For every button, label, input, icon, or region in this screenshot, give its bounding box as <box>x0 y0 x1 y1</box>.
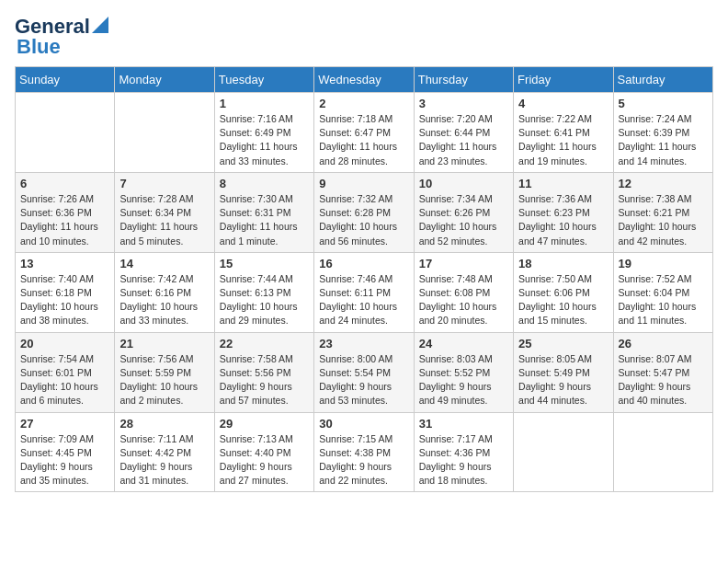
calendar-cell: 2Sunrise: 7:18 AMSunset: 6:47 PMDaylight… <box>314 93 414 173</box>
day-number: 6 <box>20 177 109 190</box>
day-info: Sunrise: 8:00 AMSunset: 5:54 PMDaylight:… <box>319 352 408 408</box>
calendar-cell: 19Sunrise: 7:52 AMSunset: 6:04 PMDayligh… <box>613 252 712 332</box>
day-number: 9 <box>319 177 408 190</box>
day-info: Sunrise: 7:32 AMSunset: 6:28 PMDaylight:… <box>319 192 408 248</box>
day-number: 19 <box>619 257 708 270</box>
calendar-cell <box>16 93 115 173</box>
logo-arrow-icon <box>92 17 108 33</box>
day-info: Sunrise: 7:11 AMSunset: 4:42 PMDaylight:… <box>119 432 209 488</box>
day-info: Sunrise: 7:36 AMSunset: 6:23 PMDaylight:… <box>518 192 608 248</box>
calendar-cell: 20Sunrise: 7:54 AMSunset: 6:01 PMDayligh… <box>16 332 115 412</box>
day-info: Sunrise: 7:30 AMSunset: 6:31 PMDaylight:… <box>220 192 309 248</box>
calendar-cell: 8Sunrise: 7:30 AMSunset: 6:31 PMDaylight… <box>214 172 313 252</box>
header-day-saturday: Saturday <box>613 67 712 93</box>
day-number: 12 <box>619 177 708 190</box>
calendar-cell <box>613 412 712 492</box>
day-number: 8 <box>220 177 309 190</box>
calendar-cell: 18Sunrise: 7:50 AMSunset: 6:06 PMDayligh… <box>514 252 613 332</box>
calendar-cell <box>514 412 613 492</box>
day-number: 25 <box>518 337 608 350</box>
header-day-wednesday: Wednesday <box>314 67 414 93</box>
header-day-monday: Monday <box>115 67 214 93</box>
day-info: Sunrise: 7:26 AMSunset: 6:36 PMDaylight:… <box>20 192 109 248</box>
calendar-header-row: SundayMondayTuesdayWednesdayThursdayFrid… <box>16 67 713 93</box>
calendar-cell: 26Sunrise: 8:07 AMSunset: 5:47 PMDayligh… <box>613 332 712 412</box>
day-number: 7 <box>119 177 209 190</box>
day-info: Sunrise: 7:42 AMSunset: 6:16 PMDaylight:… <box>119 272 209 328</box>
calendar-cell: 28Sunrise: 7:11 AMSunset: 4:42 PMDayligh… <box>115 412 214 492</box>
day-number: 15 <box>220 257 309 270</box>
day-number: 30 <box>319 417 408 431</box>
calendar-cell: 5Sunrise: 7:24 AMSunset: 6:39 PMDaylight… <box>613 93 712 173</box>
day-info: Sunrise: 7:48 AMSunset: 6:08 PMDaylight:… <box>419 272 508 328</box>
calendar-week-3: 13Sunrise: 7:40 AMSunset: 6:18 PMDayligh… <box>16 252 713 332</box>
day-number: 31 <box>419 417 508 431</box>
calendar-cell: 3Sunrise: 7:20 AMSunset: 6:44 PMDaylight… <box>414 93 513 173</box>
calendar-week-2: 6Sunrise: 7:26 AMSunset: 6:36 PMDaylight… <box>16 172 713 252</box>
day-number: 20 <box>20 337 109 350</box>
calendar-cell: 1Sunrise: 7:16 AMSunset: 6:49 PMDaylight… <box>214 93 313 173</box>
day-number: 13 <box>20 257 109 270</box>
day-number: 17 <box>419 257 508 270</box>
calendar-cell: 22Sunrise: 7:58 AMSunset: 5:56 PMDayligh… <box>214 332 313 412</box>
day-number: 14 <box>119 257 209 270</box>
calendar-cell: 16Sunrise: 7:46 AMSunset: 6:11 PMDayligh… <box>314 252 414 332</box>
day-number: 28 <box>119 417 209 431</box>
day-info: Sunrise: 7:13 AMSunset: 4:40 PMDaylight:… <box>220 432 309 488</box>
calendar-cell: 15Sunrise: 7:44 AMSunset: 6:13 PMDayligh… <box>214 252 313 332</box>
day-number: 11 <box>518 177 608 190</box>
day-info: Sunrise: 7:54 AMSunset: 6:01 PMDaylight:… <box>20 352 109 408</box>
calendar-cell: 23Sunrise: 8:00 AMSunset: 5:54 PMDayligh… <box>314 332 414 412</box>
calendar-week-5: 27Sunrise: 7:09 AMSunset: 4:45 PMDayligh… <box>16 412 713 492</box>
calendar-cell: 12Sunrise: 7:38 AMSunset: 6:21 PMDayligh… <box>613 172 712 252</box>
day-info: Sunrise: 7:44 AMSunset: 6:13 PMDaylight:… <box>220 272 309 328</box>
logo-blue: Blue <box>17 35 61 59</box>
day-info: Sunrise: 7:38 AMSunset: 6:21 PMDaylight:… <box>619 192 708 248</box>
day-info: Sunrise: 7:58 AMSunset: 5:56 PMDaylight:… <box>220 352 309 408</box>
day-info: Sunrise: 7:52 AMSunset: 6:04 PMDaylight:… <box>619 272 708 328</box>
calendar-cell: 25Sunrise: 8:05 AMSunset: 5:49 PMDayligh… <box>514 332 613 412</box>
header-day-thursday: Thursday <box>414 67 513 93</box>
calendar-week-1: 1Sunrise: 7:16 AMSunset: 6:49 PMDaylight… <box>16 93 713 173</box>
calendar-cell: 17Sunrise: 7:48 AMSunset: 6:08 PMDayligh… <box>414 252 513 332</box>
day-info: Sunrise: 7:28 AMSunset: 6:34 PMDaylight:… <box>119 192 209 248</box>
day-number: 2 <box>319 97 408 110</box>
day-number: 3 <box>419 97 508 110</box>
calendar-cell: 4Sunrise: 7:22 AMSunset: 6:41 PMDaylight… <box>514 93 613 173</box>
day-number: 21 <box>119 337 209 350</box>
header-day-tuesday: Tuesday <box>214 67 313 93</box>
day-info: Sunrise: 7:50 AMSunset: 6:06 PMDaylight:… <box>518 272 608 328</box>
day-number: 1 <box>220 97 309 110</box>
day-number: 18 <box>518 257 608 270</box>
header: General Blue <box>15 15 713 59</box>
day-number: 4 <box>518 97 608 110</box>
calendar-cell: 11Sunrise: 7:36 AMSunset: 6:23 PMDayligh… <box>514 172 613 252</box>
day-info: Sunrise: 7:09 AMSunset: 4:45 PMDaylight:… <box>20 432 109 488</box>
day-number: 27 <box>20 417 109 431</box>
calendar-week-4: 20Sunrise: 7:54 AMSunset: 6:01 PMDayligh… <box>16 332 713 412</box>
calendar-cell: 27Sunrise: 7:09 AMSunset: 4:45 PMDayligh… <box>16 412 115 492</box>
day-info: Sunrise: 7:22 AMSunset: 6:41 PMDaylight:… <box>518 112 608 168</box>
calendar-cell: 21Sunrise: 7:56 AMSunset: 5:59 PMDayligh… <box>115 332 214 412</box>
day-info: Sunrise: 7:46 AMSunset: 6:11 PMDaylight:… <box>319 272 408 328</box>
day-number: 10 <box>419 177 508 190</box>
calendar-cell: 10Sunrise: 7:34 AMSunset: 6:26 PMDayligh… <box>414 172 513 252</box>
day-info: Sunrise: 7:15 AMSunset: 4:38 PMDaylight:… <box>319 432 408 488</box>
svg-marker-0 <box>92 17 108 33</box>
day-info: Sunrise: 8:03 AMSunset: 5:52 PMDaylight:… <box>419 352 508 408</box>
calendar-cell: 9Sunrise: 7:32 AMSunset: 6:28 PMDaylight… <box>314 172 414 252</box>
day-number: 16 <box>319 257 408 270</box>
calendar-cell: 31Sunrise: 7:17 AMSunset: 4:36 PMDayligh… <box>414 412 513 492</box>
calendar-cell: 24Sunrise: 8:03 AMSunset: 5:52 PMDayligh… <box>414 332 513 412</box>
calendar-cell: 14Sunrise: 7:42 AMSunset: 6:16 PMDayligh… <box>115 252 214 332</box>
day-info: Sunrise: 7:40 AMSunset: 6:18 PMDaylight:… <box>20 272 109 328</box>
day-number: 26 <box>619 337 708 350</box>
header-day-friday: Friday <box>514 67 613 93</box>
day-info: Sunrise: 7:34 AMSunset: 6:26 PMDaylight:… <box>419 192 508 248</box>
calendar-body: 1Sunrise: 7:16 AMSunset: 6:49 PMDaylight… <box>16 93 713 492</box>
calendar-cell: 29Sunrise: 7:13 AMSunset: 4:40 PMDayligh… <box>214 412 313 492</box>
day-number: 5 <box>619 97 708 110</box>
calendar-cell: 30Sunrise: 7:15 AMSunset: 4:38 PMDayligh… <box>314 412 414 492</box>
day-number: 22 <box>220 337 309 350</box>
calendar-cell: 7Sunrise: 7:28 AMSunset: 6:34 PMDaylight… <box>115 172 214 252</box>
